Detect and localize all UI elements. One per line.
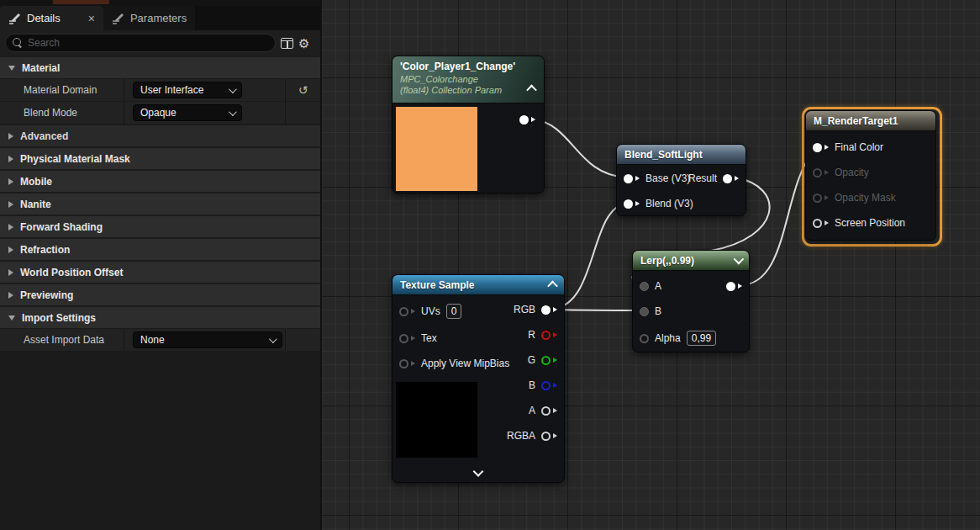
output-pin-g[interactable] — [541, 356, 551, 365]
row-asset-import-data: Asset Import Data None — [0, 329, 320, 351]
output-pin-rgb[interactable] — [541, 305, 551, 315]
input-pin-screen-position[interactable] — [813, 219, 822, 228]
pin-label-screen-position: Screen Position — [835, 217, 905, 229]
tab-details[interactable]: Details × — [0, 6, 103, 30]
input-pin-a[interactable] — [640, 282, 649, 291]
node-header[interactable]: Blend_SoftLight — [617, 145, 746, 165]
pin-label-rgba: RGBA — [507, 430, 535, 442]
blend-mode-dropdown[interactable]: Opaque — [133, 104, 242, 121]
pin-label-opacity: Opacity — [835, 167, 869, 178]
category-advanced[interactable]: Advanced — [0, 125, 320, 146]
material-domain-label: Material Domain — [0, 79, 124, 101]
pin-tail — [411, 309, 415, 314]
pin-tail — [825, 195, 829, 200]
pin-label-result: Result — [688, 172, 717, 184]
node-blend-softlight[interactable]: Blend_SoftLight Base (V3) Blend (V3) Res… — [616, 144, 746, 216]
pin-label-r: R — [528, 329, 535, 341]
collapsed-arrow-icon — [8, 156, 13, 162]
node-title: M_RenderTarget1 — [814, 115, 898, 127]
output-pin-a[interactable] — [541, 406, 551, 416]
node-title: Texture Sample — [400, 279, 474, 291]
search-input[interactable] — [28, 37, 238, 49]
collapse-chevron-icon[interactable] — [734, 254, 745, 265]
node-texture-sample[interactable]: Texture Sample UVs 0 Tex Apply View MipB… — [392, 274, 565, 483]
category-forward-shading[interactable]: Forward Shading — [0, 216, 320, 237]
asset-import-data-dropdown[interactable]: None — [133, 331, 282, 348]
input-pin-uvs[interactable] — [399, 307, 408, 316]
expanded-arrow-icon — [8, 66, 15, 71]
output-pin-result[interactable] — [723, 174, 732, 183]
output-pin-r[interactable] — [541, 331, 551, 340]
category-nanite[interactable]: Nanite — [0, 193, 320, 215]
material-domain-dropdown[interactable]: User Interface — [133, 82, 242, 98]
category-import-settings-label: Import Settings — [22, 312, 96, 324]
input-pin-blend[interactable] — [624, 199, 633, 209]
category-material[interactable]: Material — [0, 57, 320, 78]
gear-icon[interactable]: ⚙ — [298, 37, 309, 50]
close-icon[interactable]: × — [88, 13, 95, 24]
input-pin-final-color[interactable] — [813, 143, 822, 152]
input-pin-b[interactable] — [640, 307, 649, 316]
parameters-tab-icon — [112, 13, 124, 24]
pin-tail — [553, 307, 557, 312]
category-import-settings[interactable]: Import Settings — [0, 307, 320, 328]
wire-rgb-to-lerp-b — [554, 310, 642, 310]
node-header[interactable]: Lerp(,,0.99) — [633, 251, 749, 271]
asset-import-data-label: Asset Import Data — [0, 329, 124, 351]
node-m-rendertarget1[interactable]: M_RenderTarget1 Final Color Opacity Opac… — [805, 110, 936, 241]
input-pin-apply-view-mipbias[interactable] — [399, 359, 408, 368]
output-pin-b[interactable] — [541, 381, 551, 390]
alpha-value-box[interactable]: 0,99 — [687, 331, 716, 346]
reset-to-default-icon[interactable]: ↺ — [286, 83, 320, 97]
node-header[interactable]: M_RenderTarget1 — [806, 111, 935, 131]
display-filter-icon[interactable] — [281, 38, 293, 49]
collapsed-arrow-icon — [8, 246, 13, 253]
row-material-domain: Material Domain User Interface ↺ — [0, 79, 320, 101]
search-icon — [13, 38, 23, 48]
input-pin-alpha[interactable] — [640, 334, 649, 343]
input-pin-opacity-mask[interactable] — [813, 193, 822, 203]
node-title: Blend_SoftLight — [624, 149, 703, 161]
output-pin[interactable] — [519, 115, 529, 125]
color-preview-swatch — [396, 107, 477, 191]
category-material-label: Material — [22, 62, 60, 74]
category-physical-material-mask-label: Physical Material Mask — [20, 153, 130, 165]
tab-parameters[interactable]: Parameters — [103, 6, 195, 30]
pin-label-a: A — [529, 405, 535, 416]
node-subtitle: MPC_Colorchange (float4) Collection Para… — [400, 74, 536, 96]
category-forward-shading-label: Forward Shading — [20, 221, 103, 233]
expanded-arrow-icon — [8, 315, 15, 321]
category-world-position-offset-label: World Position Offset — [20, 267, 123, 278]
uvs-value-box[interactable]: 0 — [446, 304, 462, 319]
input-pin-base[interactable] — [624, 174, 633, 183]
node-color-player1-change[interactable]: 'Color_Player1_Change' MPC_Colorchange (… — [392, 56, 545, 193]
search-row: ⚙ — [0, 30, 320, 56]
category-previewing-label: Previewing — [20, 289, 73, 301]
tab-details-label: Details — [27, 12, 61, 24]
node-header[interactable]: Texture Sample — [393, 275, 564, 295]
pin-tail — [553, 383, 557, 388]
category-previewing[interactable]: Previewing — [0, 284, 320, 305]
pin-tail — [735, 176, 739, 181]
expand-chevron-icon[interactable] — [473, 466, 484, 477]
node-header[interactable]: 'Color_Player1_Change' MPC_Colorchange (… — [393, 56, 544, 103]
material-graph-canvas[interactable]: 'Color_Player1_Change' MPC_Colorchange (… — [322, 0, 980, 530]
asset-import-data-value: None — [140, 334, 165, 346]
category-refraction[interactable]: Refraction — [0, 239, 320, 260]
pin-tail — [553, 332, 557, 337]
category-nanite-label: Nanite — [20, 199, 51, 210]
output-pin-rgba[interactable] — [541, 432, 551, 441]
pin-tail — [411, 361, 415, 366]
category-mobile[interactable]: Mobile — [0, 171, 320, 192]
pin-tail — [553, 358, 557, 363]
input-pin-opacity[interactable] — [813, 168, 822, 178]
input-pin-tex[interactable] — [399, 334, 408, 343]
collapse-chevron-icon[interactable] — [547, 281, 558, 292]
output-pin[interactable] — [726, 282, 735, 291]
search-box[interactable] — [5, 34, 276, 52]
material-domain-value: User Interface — [140, 84, 203, 96]
node-lerp[interactable]: Lerp(,,0.99) A B Alpha 0,99 — [632, 250, 750, 352]
category-world-position-offset[interactable]: World Position Offset — [0, 262, 320, 283]
pin-label-uvs: UVs — [421, 305, 440, 317]
category-physical-material-mask[interactable]: Physical Material Mask — [0, 148, 320, 169]
